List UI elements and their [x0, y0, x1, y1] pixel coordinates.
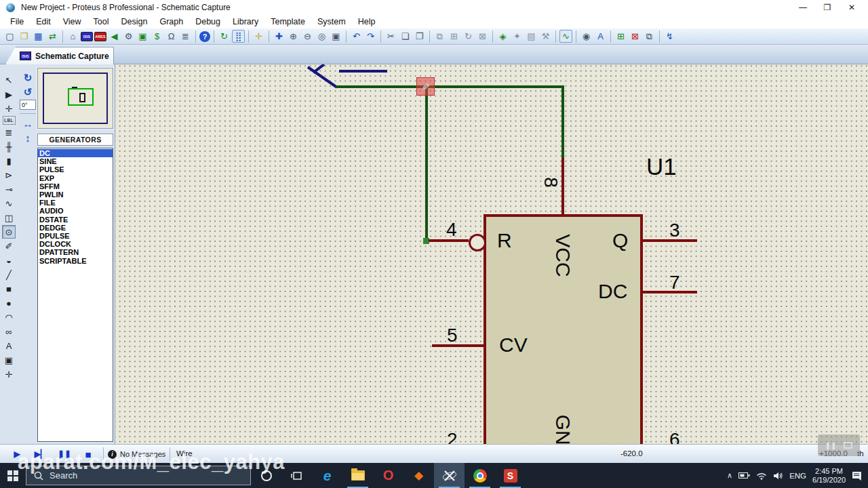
wire-edit-marker[interactable]: ✎	[416, 77, 435, 96]
opera-button[interactable]: O	[373, 463, 403, 488]
volume-icon[interactable]	[773, 472, 783, 480]
toggle-grid-button[interactable]: ⣿	[232, 30, 245, 43]
matlab-button[interactable]: ◆	[403, 463, 434, 488]
stop-button[interactable]: ■	[78, 447, 98, 461]
subcircuit-mode-button[interactable]: ▮	[2, 154, 16, 167]
block-rotate-button[interactable]: ↻	[462, 30, 475, 43]
terminals-mode-button[interactable]: ⊳	[2, 168, 16, 182]
menu-item[interactable]: Graph	[153, 16, 189, 28]
goto-sheet-button[interactable]: ⧉	[643, 30, 656, 43]
new-sheet-button[interactable]: ⊞	[614, 30, 627, 43]
tab-close-icon[interactable]: ✕	[117, 52, 123, 60]
menu-item[interactable]: Help	[352, 16, 382, 28]
generator-mode-button[interactable]: ⊙	[2, 225, 16, 239]
electrical-rule-check-button[interactable]: Ω	[165, 30, 178, 43]
text-script-mode-button[interactable]: ≣	[2, 125, 16, 139]
block-delete-button[interactable]: ⊠	[476, 30, 489, 43]
mirror-horizontal-button[interactable]: ↔	[20, 117, 35, 130]
generator-item[interactable]: PULSE	[38, 165, 113, 174]
graph-mode-button[interactable]: ∿	[2, 197, 16, 210]
line-2d-button[interactable]: ╱	[2, 268, 16, 281]
pcb-layout-button[interactable]: ARES	[94, 32, 106, 41]
proteus-taskbar-button[interactable]	[434, 463, 465, 488]
zoom-in-button[interactable]: ⊕	[287, 30, 300, 43]
packaging-tool-button[interactable]: ▤	[525, 30, 538, 43]
close-button[interactable]: ✕	[840, 1, 864, 14]
search-input[interactable]	[50, 470, 219, 481]
undo-button[interactable]: ↶	[350, 30, 363, 43]
mirror-vertical-button[interactable]: ↕	[20, 131, 35, 144]
marker-2d-button[interactable]: ✛	[2, 367, 16, 381]
text-2d-button[interactable]: A	[2, 339, 16, 352]
save-project-button[interactable]: ▦	[32, 30, 45, 43]
start-button[interactable]	[0, 463, 26, 488]
step-button[interactable]: ▶▏	[31, 447, 51, 461]
selection-mode-button[interactable]: ↖	[2, 73, 16, 87]
bill-of-materials-button[interactable]: $	[151, 30, 163, 43]
wire-horizontal-top[interactable]	[336, 85, 564, 88]
wifi-icon[interactable]	[756, 472, 767, 480]
pin-8-wire[interactable]	[561, 158, 564, 217]
copy-button[interactable]: ❏	[399, 30, 412, 43]
minimize-button[interactable]: —	[791, 1, 815, 14]
menu-item[interactable]: View	[57, 16, 87, 28]
buses-mode-button[interactable]: ╫	[2, 140, 16, 153]
taskbar-search[interactable]	[26, 466, 251, 485]
restore-button[interactable]: ❐	[815, 1, 840, 14]
open-project-button[interactable]: ❒	[18, 30, 31, 43]
help-button[interactable]: ?	[199, 31, 210, 42]
file-explorer-button[interactable]	[342, 463, 373, 488]
pause-button[interactable]: ❚❚	[54, 447, 75, 461]
menu-item[interactable]: Edit	[30, 16, 57, 28]
3d-visualizer-button[interactable]: ▣	[136, 30, 149, 43]
voltage-probe-mode-button[interactable]: ✐	[2, 239, 16, 253]
decompose-button[interactable]: ⚒	[539, 30, 552, 43]
menu-item[interactable]: Design	[115, 16, 154, 28]
device-pins-mode-button[interactable]: ⊸	[2, 182, 16, 196]
paste-button[interactable]: ❐	[413, 30, 426, 43]
menu-item[interactable]: Debug	[189, 16, 226, 28]
path-2d-button[interactable]: ∞	[2, 325, 16, 338]
current-probe-mode-button[interactable]: ◒	[2, 253, 16, 267]
pick-parts-button[interactable]: ◈	[496, 30, 509, 43]
generator-item[interactable]: FILE	[38, 199, 113, 207]
generator-item[interactable]: PWLIN	[38, 190, 113, 199]
action-center-icon[interactable]	[852, 471, 863, 481]
zoom-all-button[interactable]: ◎	[315, 30, 328, 43]
property-assignment-button[interactable]: A	[594, 30, 607, 43]
generator-item[interactable]: DPATTERN	[38, 248, 113, 256]
clock[interactable]: 2:45 PM 6/19/2020	[812, 467, 846, 485]
blue-wire-stub[interactable]	[313, 64, 325, 74]
tab-schematic-capture[interactable]: ISIS Schematic Capture ✕	[5, 47, 114, 64]
pin-5-wire[interactable]	[432, 344, 484, 347]
design-explorer-button[interactable]: ⚙	[122, 30, 135, 43]
zoom-out-button[interactable]: ⊖	[301, 30, 314, 43]
fullscreen-overlay-icon[interactable]	[844, 442, 852, 449]
cut-button[interactable]: ✂	[384, 30, 397, 43]
home-page-button[interactable]: ⌂	[66, 30, 79, 43]
edge-button[interactable]: e	[312, 463, 342, 488]
rotate-anticlockwise-button[interactable]: ↺	[20, 85, 35, 98]
box-2d-button[interactable]: ■	[2, 282, 16, 296]
generator-item[interactable]: DCLOCK	[38, 240, 113, 248]
tray-expand-icon[interactable]: ∧	[727, 471, 732, 480]
generator-item[interactable]: DEDGE	[38, 224, 113, 232]
generator-item[interactable]: DSTATE	[38, 216, 113, 224]
generator-item[interactable]: SCRIPTABLE	[38, 257, 113, 265]
block-move-button[interactable]: ⊞	[448, 30, 460, 43]
pause-overlay-icon[interactable]: ❚❚	[825, 442, 837, 449]
zoom-area-button[interactable]: ▣	[330, 30, 342, 43]
search-tag-button[interactable]: ◉	[580, 30, 593, 43]
generator-item[interactable]: DC	[38, 149, 113, 157]
blue-wire-segment[interactable]	[307, 66, 338, 88]
block-copy-button[interactable]: ⧉	[433, 30, 446, 43]
tape-recorder-mode-button[interactable]: ◫	[2, 211, 16, 224]
preview-viewport[interactable]	[68, 88, 94, 106]
menu-item[interactable]: Library	[226, 16, 264, 28]
rotate-clockwise-button[interactable]: ↻	[20, 71, 35, 84]
redraw-button[interactable]: ↻	[218, 30, 231, 43]
language-indicator[interactable]: ENG	[789, 472, 806, 480]
wire-autorouter-button[interactable]: ∿	[559, 30, 572, 43]
import-project-button[interactable]: ⇄	[46, 30, 59, 43]
task-view-button[interactable]	[281, 463, 312, 488]
